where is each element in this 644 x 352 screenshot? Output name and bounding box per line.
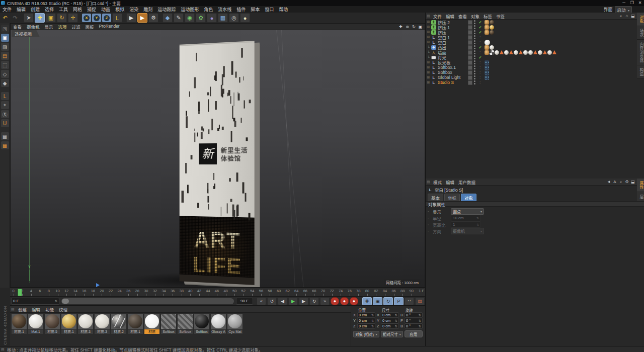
viewport-menu-过滤[interactable]: 过滤 — [69, 24, 83, 30]
visibility-dots[interactable] — [474, 25, 476, 29]
viewport-menu-面板[interactable]: 面板 — [83, 24, 97, 30]
object-row[interactable]: ⊞LGlobal Light∶ — [426, 75, 636, 80]
panel-icon[interactable]: ⬓ — [630, 180, 636, 185]
goto-next-key-button[interactable]: ↻ — [309, 297, 319, 305]
menu-帮助[interactable]: 帮助 — [276, 6, 290, 13]
search-icon[interactable]: ⌕ — [618, 180, 624, 185]
enabled-dots-icon[interactable]: ∶ — [478, 65, 482, 70]
visibility-dots[interactable] — [474, 65, 476, 69]
render-view-icon[interactable]: ▶ — [126, 13, 136, 23]
material-item[interactable]: 材质.3 — [77, 314, 94, 334]
menu-流水线[interactable]: 流水线 — [215, 6, 234, 13]
enabled-check-icon[interactable]: ✓ — [478, 20, 482, 25]
attr-tab-层[interactable]: 层 — [637, 192, 644, 202]
minimize-button[interactable]: ─ — [620, 0, 628, 6]
viewport-menu-查看[interactable]: 查看 — [11, 24, 24, 30]
scene-light-icon[interactable]: ● — [240, 13, 250, 23]
enabled-dots-icon[interactable]: ∶ — [478, 60, 482, 65]
layout-dropdown[interactable]: 启动 ▾ — [615, 6, 632, 13]
menu-动画[interactable]: 动画 — [99, 6, 113, 13]
attr-tab-属性[interactable]: 属性 — [637, 179, 644, 192]
timeline-range-slider[interactable] — [61, 298, 234, 304]
menu-窗口[interactable]: 窗口 — [262, 6, 276, 13]
apply-button[interactable]: 应用 — [405, 330, 423, 337]
record-film-toggle[interactable]: ▤ — [415, 297, 425, 305]
scene-camera-icon[interactable]: ◎ — [229, 13, 239, 23]
sphere-white-tag-icon[interactable] — [547, 50, 552, 55]
menu-选择[interactable]: 选择 — [42, 6, 56, 13]
menu-插件[interactable]: 插件 — [234, 6, 248, 13]
keyframe-position-toggle[interactable]: ✚ — [362, 297, 372, 305]
dot-tag-icon[interactable] — [485, 50, 489, 55]
lock-workplane-icon[interactable]: ▦ — [1, 132, 9, 140]
material-item[interactable]: 材质.2 — [111, 314, 127, 334]
coord-value-field[interactable]: 0 cm⇅ — [357, 323, 375, 329]
layer-color-chip[interactable] — [468, 20, 472, 25]
camera-view-label[interactable]: 透视视图 — [12, 30, 40, 37]
edges-mode-icon[interactable]: ◇ — [1, 70, 9, 78]
panel-tab-内容浏览器[interactable]: 内容浏览器 — [637, 40, 644, 65]
lock-z-axis-icon[interactable]: Z — [102, 14, 111, 22]
dot-tag-icon[interactable] — [485, 20, 489, 25]
visibility-dots[interactable] — [474, 35, 476, 39]
keyframe-selection-button[interactable]: ● — [350, 297, 358, 305]
pan-view-icon[interactable]: ✚ — [397, 25, 404, 29]
sphere-white-tag-icon[interactable] — [514, 50, 518, 55]
viewport-solo-icon[interactable]: Ⓢ — [1, 110, 9, 118]
material-item[interactable]: 材质 — [144, 314, 160, 334]
visibility-dots[interactable] — [474, 55, 476, 59]
mograph-icon[interactable]: ✿ — [196, 13, 206, 23]
triangle-tag-icon[interactable] — [500, 50, 504, 54]
menu-文件[interactable]: 文件 — [0, 6, 14, 13]
panel-icon[interactable]: ⬓ — [630, 14, 636, 19]
end-frame-field[interactable]: 90 F — [236, 298, 253, 305]
make-editable-icon[interactable]: ⬔ — [1, 25, 9, 33]
dot-tag-icon[interactable] — [485, 30, 489, 35]
expand-icon[interactable]: ⊞ — [426, 60, 431, 64]
material-menu-纹理[interactable]: 纹理 — [56, 306, 70, 312]
texture-axis-mode-icon[interactable]: ▤ — [1, 52, 9, 60]
zoom-view-icon[interactable]: ⊕ — [404, 25, 411, 29]
primitive-cube-icon[interactable]: ◆ — [163, 13, 173, 23]
object-manager-menu-标签[interactable]: 标签 — [481, 13, 494, 19]
coord-value-field[interactable]: 0 cm⇅ — [357, 318, 375, 323]
keyframe-rotation-toggle[interactable]: ↻ — [383, 297, 393, 305]
xpresso-tag-icon[interactable] — [485, 75, 489, 80]
checker-tag-icon[interactable] — [490, 50, 494, 55]
viewport-menu-选项[interactable]: 选项 — [56, 24, 69, 30]
sphere-big-tag-icon[interactable] — [485, 40, 490, 45]
layer-color-chip[interactable] — [468, 70, 472, 75]
expand-icon[interactable]: ⊞ — [426, 25, 431, 29]
dot-tag-icon[interactable] — [485, 25, 489, 30]
coord-value-field[interactable]: 0 °⇅ — [405, 312, 423, 318]
enabled-dots-icon[interactable]: ∶ — [478, 75, 482, 80]
coord-value-field[interactable]: 0 °⇅ — [405, 318, 423, 323]
attr-tab-对象[interactable]: 对象 — [461, 194, 476, 202]
range-slider-grip[interactable] — [62, 299, 69, 304]
material-item[interactable]: 材质.5 — [44, 314, 60, 334]
coord-value-field[interactable]: 0 cm⇅ — [381, 323, 399, 329]
layer-color-chip[interactable] — [468, 40, 472, 45]
viewport-solo-single-icon[interactable]: ⌖ — [1, 101, 9, 109]
gear-icon[interactable]: ⚙ — [624, 180, 630, 185]
polygons-mode-icon[interactable]: ◆ — [1, 79, 9, 87]
render-settings-icon[interactable]: ⚙ — [148, 13, 158, 23]
goto-prev-frame-button[interactable]: ◀ — [278, 297, 287, 305]
material-item[interactable]: 材质.3 — [94, 314, 110, 334]
expand-icon[interactable]: ⊞ — [426, 35, 431, 39]
keyframe-scale-toggle[interactable]: ▣ — [373, 297, 382, 305]
live-selection-icon[interactable]: ➤ — [24, 13, 34, 23]
menu-编辑[interactable]: 编辑 — [14, 6, 28, 13]
object-row[interactable]: ⊞LSoftbox.1∶ — [426, 65, 636, 70]
menu-运动跟踪[interactable]: 运动跟踪 — [155, 6, 178, 13]
search-icon[interactable]: ⌕ — [618, 14, 624, 19]
triangle-tag-icon[interactable] — [543, 50, 547, 54]
menu-脚本[interactable]: 脚本 — [248, 6, 262, 13]
menu-雕刻[interactable]: 雕刻 — [141, 6, 155, 13]
layer-color-chip[interactable] — [468, 45, 472, 50]
scale-icon[interactable]: ▣ — [46, 13, 56, 23]
menu-创建[interactable]: 创建 — [28, 6, 42, 13]
enabled-check-icon[interactable]: ✓ — [478, 55, 482, 60]
sphere-white-tag-icon[interactable] — [538, 50, 542, 55]
workplane-icon[interactable]: ▦ — [1, 141, 9, 149]
